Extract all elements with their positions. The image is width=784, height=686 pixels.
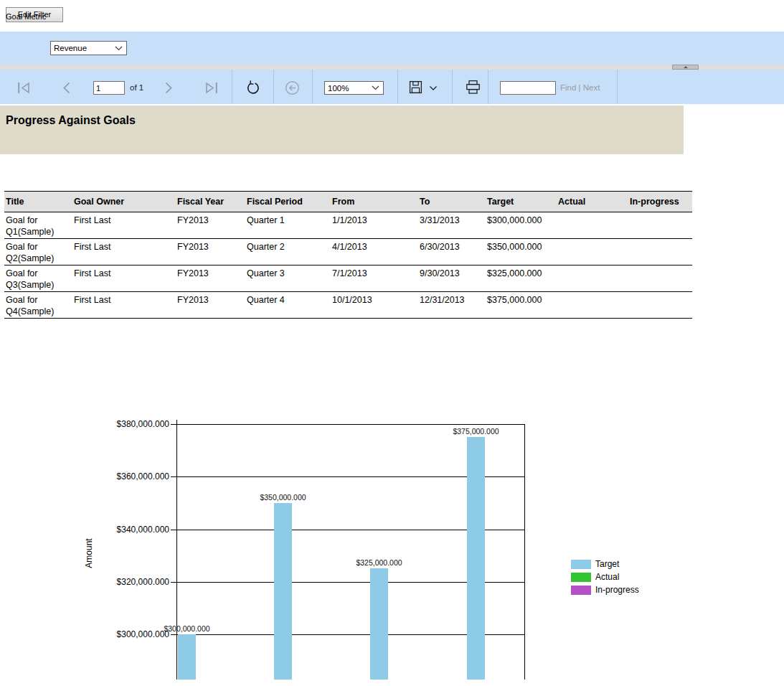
y-tick-label: $340,000.000 <box>90 524 169 535</box>
find-next-controls: Find | Next <box>560 81 600 95</box>
toolbar-separator <box>273 70 274 104</box>
y-axis-tickmark <box>171 424 176 425</box>
chevron-down-icon <box>372 85 379 90</box>
table-cell: First Last <box>72 292 176 319</box>
parameter-collapse-strip <box>0 65 784 70</box>
table-cell: FY2013 <box>176 239 245 266</box>
first-page-icon[interactable] <box>17 82 31 94</box>
page-number-input[interactable] <box>93 81 125 95</box>
report-title: Progress Against Goals <box>6 114 136 127</box>
table-cell <box>628 292 692 319</box>
table-cell: Goal for Q4(Sample) <box>4 292 72 319</box>
table-row: Goal for Q3(Sample)First LastFY2013Quart… <box>4 266 692 292</box>
table-cell <box>557 239 628 266</box>
triangle-up-icon <box>684 66 688 68</box>
column-header: From <box>331 192 418 212</box>
legend-item: In-progress <box>571 585 639 595</box>
table-cell: 4/1/2013 <box>331 239 418 266</box>
table-row: Goal for Q4(Sample)First LastFY2013Quart… <box>4 292 692 319</box>
column-header: In-progress <box>628 192 692 212</box>
collapse-parameters-button[interactable] <box>672 65 699 70</box>
zoom-select[interactable]: 100% <box>324 81 384 95</box>
table-cell: 9/30/2013 <box>418 266 486 292</box>
table-cell: Goal for Q3(Sample) <box>4 266 72 292</box>
table-cell: $375,000.000 <box>486 292 557 319</box>
column-header: Actual <box>557 192 628 212</box>
legend-swatch-icon <box>571 573 591 582</box>
y-axis-title: Amount <box>84 538 94 568</box>
table-cell: First Last <box>72 266 176 292</box>
plot-right-border <box>524 424 525 680</box>
table-cell: $350,000.000 <box>486 239 557 266</box>
table-cell: First Last <box>72 239 176 266</box>
next-page-icon[interactable] <box>164 82 174 94</box>
y-tick-label: $300,000.000 <box>90 629 169 640</box>
legend-label: Target <box>595 559 619 569</box>
column-header: Goal Owner <box>72 192 176 212</box>
y-axis-tickmark <box>171 582 176 583</box>
y-axis-tickmark <box>171 634 176 635</box>
chart-gridline <box>176 476 524 477</box>
save-menu-chevron-icon[interactable] <box>429 85 438 91</box>
save-icon[interactable] <box>409 80 422 94</box>
previous-page-icon[interactable] <box>62 82 72 94</box>
chart-legend: TargetActualIn-progress <box>571 559 639 598</box>
table-cell: FY2013 <box>176 212 245 239</box>
table-cell: FY2013 <box>176 292 245 319</box>
table-cell: $325,000.000 <box>486 266 557 292</box>
toolbar-separator <box>488 70 488 104</box>
table-cell: Goal for Q1(Sample) <box>4 212 72 239</box>
y-axis-line <box>176 420 177 680</box>
refresh-icon[interactable] <box>245 80 260 95</box>
table-cell <box>628 266 692 292</box>
target-bar <box>178 634 196 680</box>
toolbar-separator <box>312 70 313 104</box>
table-cell: Quarter 1 <box>245 212 331 239</box>
goal-metric-label: Goal Metric <box>6 0 46 33</box>
find-text-input[interactable] <box>500 81 556 95</box>
column-header: To <box>418 192 486 212</box>
report-title-band: Progress Against Goals <box>0 105 684 154</box>
chart-gridline <box>176 582 524 583</box>
y-axis-tickmark <box>171 530 176 530</box>
table-cell: Goal for Q2(Sample) <box>4 239 72 266</box>
table-cell: Quarter 2 <box>245 239 331 266</box>
table-cell: 3/31/2013 <box>418 212 486 239</box>
table-cell: 7/1/2013 <box>331 266 418 292</box>
last-page-icon[interactable] <box>204 82 218 94</box>
table-cell: 1/1/2013 <box>331 212 418 239</box>
bar-value-label: $375,000.000 <box>440 427 512 436</box>
chart-gridline <box>176 424 524 425</box>
y-tick-label: $320,000.000 <box>90 576 169 588</box>
target-bar <box>467 437 485 680</box>
table-cell: 12/31/2013 <box>418 292 486 319</box>
legend-swatch-icon <box>571 586 591 595</box>
table-cell: Quarter 3 <box>245 266 331 292</box>
report-viewer-page: Edit Filter Goal Metric Revenue of 1 <box>0 0 784 686</box>
toolbar-separator <box>397 70 398 104</box>
table-cell <box>557 292 628 319</box>
legend-swatch-icon <box>571 560 591 569</box>
chevron-down-icon <box>115 46 123 51</box>
y-tick-label: $380,000.000 <box>90 418 169 430</box>
table-header-row: TitleGoal OwnerFiscal YearFiscal PeriodF… <box>4 192 692 212</box>
table-cell <box>557 266 628 292</box>
goal-metric-select[interactable]: Revenue <box>50 41 127 55</box>
table-cell: 6/30/2013 <box>418 239 486 266</box>
table-cell: FY2013 <box>176 266 245 292</box>
bar-value-label: $325,000.000 <box>344 558 415 567</box>
next-link[interactable]: Next <box>583 83 600 92</box>
find-link[interactable]: Find <box>560 83 576 92</box>
target-bar <box>274 503 292 680</box>
back-icon[interactable] <box>285 80 300 95</box>
legend-label: In-progress <box>595 585 639 595</box>
print-icon[interactable] <box>466 80 481 95</box>
find-next-divider: | <box>579 83 581 92</box>
y-axis-tickmark <box>171 476 176 477</box>
legend-label: Actual <box>595 572 619 582</box>
zoom-selected-value: 100% <box>328 84 372 93</box>
y-tick-label: $360,000.000 <box>90 471 169 482</box>
toolbar-separator <box>452 70 453 104</box>
table-cell: First Last <box>72 212 176 239</box>
table-cell <box>628 239 692 266</box>
